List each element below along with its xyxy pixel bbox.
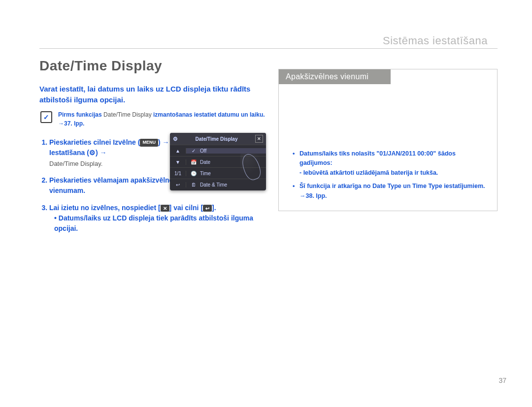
- down-arrow-icon: ▼: [170, 159, 186, 165]
- page-number: 37: [499, 376, 506, 384]
- check-icon: ✓: [40, 111, 52, 123]
- note-text: Pirms funkcijas Date/Time Display izmant…: [58, 110, 266, 128]
- note-box: ✓ Pirms funkcijas Date/Time Display izma…: [39, 110, 266, 128]
- step-1: Pieskarieties cilnei Izvēlne (MENU) → Ie…: [49, 137, 177, 169]
- option-time: 🕒Time: [186, 171, 266, 176]
- option-date-time: 🗓Date & Time: [186, 182, 266, 188]
- submenu-box: Apakšizvēlnes vienumi Datums/laiks tiks …: [278, 69, 498, 211]
- gear-icon: ⚙: [173, 136, 178, 142]
- close-icon: ✕: [255, 135, 263, 143]
- step-3: Lai izietu no izvēlnes, nospiediet [✕] v…: [49, 203, 273, 234]
- step-3-bullet: • Datums/laiks uz LCD displeja tiek parā…: [49, 213, 273, 234]
- back-icon: ↩: [203, 205, 212, 212]
- submenu-header: Apakšizvēlnes vienumi: [279, 69, 391, 84]
- device-screenshot: ⚙ Date/Time Display ✕ ▲ ✓Off ▼ 📅Date 1/1…: [170, 133, 266, 190]
- option-date: 📅Date: [186, 159, 266, 165]
- pager: 1/1: [170, 171, 186, 176]
- up-arrow-icon: ▲: [170, 148, 186, 154]
- right-bullet-1: Datums/laiks tiks nolasīts "01/JAN/2011 …: [293, 149, 487, 178]
- right-bullet-2: Šī funkcija ir atkarīga no Date Type un …: [293, 182, 487, 201]
- screen-title: Date/Time Display: [196, 136, 238, 142]
- option-off: ✓Off: [186, 148, 266, 154]
- gear-icon: ⚙: [89, 149, 96, 157]
- intro-text: Varat iestatīt, lai datums un laiks uz L…: [39, 84, 266, 105]
- divider: [39, 48, 498, 49]
- page-title: Date/Time Display: [39, 58, 162, 74]
- close-icon: ✕: [161, 205, 169, 212]
- breadcrumb: Sistēmas iestatīšana: [383, 34, 488, 47]
- back-icon: ↩: [170, 182, 186, 188]
- menu-button: MENU: [140, 139, 158, 147]
- step-2: Pieskarieties vēlamajam apakšizvēlnes vi…: [49, 175, 177, 196]
